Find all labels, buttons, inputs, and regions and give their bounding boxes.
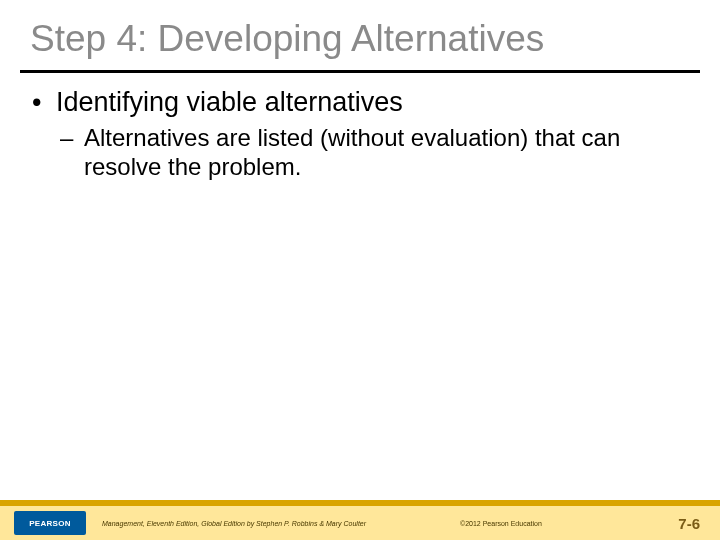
slide-title: Step 4: Developing Alternatives <box>0 0 720 70</box>
footer-credits: Management, Eleventh Edition, Global Edi… <box>102 520 366 527</box>
bullet-level-1: Identifying viable alternatives <box>30 87 690 118</box>
slide: Step 4: Developing Alternatives Identify… <box>0 0 720 540</box>
bullet-level-2: Alternatives are listed (without evaluat… <box>30 124 690 182</box>
pearson-logo: PEARSON <box>14 511 86 535</box>
footer: PEARSON Management, Eleventh Edition, Gl… <box>0 500 720 540</box>
page-number: 7-6 <box>678 515 700 532</box>
content-area: Identifying viable alternatives Alternat… <box>0 73 720 182</box>
footer-body: PEARSON Management, Eleventh Edition, Gl… <box>0 506 720 540</box>
footer-copyright: ©2012 Pearson Education <box>460 520 542 527</box>
